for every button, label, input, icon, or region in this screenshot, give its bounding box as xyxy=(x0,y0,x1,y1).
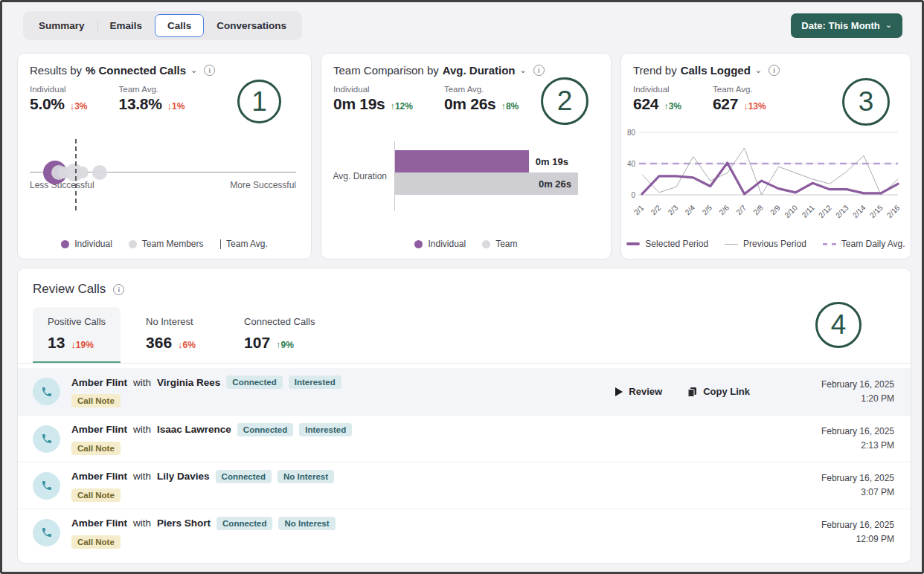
x-tick-label: 2/5 xyxy=(701,203,714,216)
x-tick-label: 2/6 xyxy=(717,203,731,216)
review-tab-positive-calls[interactable]: Positive Calls13↓19% xyxy=(33,307,121,363)
caller-name: Amber Flint xyxy=(71,424,127,435)
legend-item: Individual xyxy=(61,239,112,249)
x-tick-label: 2/10 xyxy=(783,203,799,219)
review-tab-label: No Interest xyxy=(146,316,204,327)
x-tick-label: 2/11 xyxy=(801,203,816,219)
individual-bar-value: 0m 19s xyxy=(536,156,568,167)
play-icon xyxy=(615,387,623,396)
dot-purple-swatch xyxy=(61,240,69,248)
info-icon[interactable]: i xyxy=(533,65,545,76)
call-row-main: Amber FlintwithLily DaviesConnectedNo In… xyxy=(71,470,334,502)
legend-label: Previous Period xyxy=(743,239,806,249)
date-filter-button[interactable]: Date: This Month ⌄ xyxy=(791,13,902,38)
call-row[interactable]: Amber FlintwithPiers ShortConnectedNo In… xyxy=(18,509,911,555)
review-filter-tabs: Positive Calls13↓19%No Interest366↓6%Con… xyxy=(33,307,896,363)
status-badge: No Interest xyxy=(278,517,335,530)
legend-item: Team Members xyxy=(129,239,204,249)
chevron-down-icon[interactable]: ⌄ xyxy=(520,65,527,75)
line-thick-swatch xyxy=(626,242,640,245)
call-note-badge[interactable]: Call Note xyxy=(71,442,121,455)
call-row[interactable]: Amber FlintwithIsaac LawrenceConnectedIn… xyxy=(18,415,911,462)
review-calls-panel: Review Calls i Positive Calls13↓19%No In… xyxy=(17,268,911,564)
call-note-badge[interactable]: Call Note xyxy=(71,394,121,407)
with-text: with xyxy=(133,377,151,388)
info-icon[interactable]: i xyxy=(204,65,215,76)
call-participants: Amber FlintwithLily DaviesConnectedNo In… xyxy=(71,470,334,483)
metric-value: 627 xyxy=(713,95,738,113)
bar-dark-swatch xyxy=(220,239,222,249)
top-bar: SummaryEmailsCallsConversations Date: Th… xyxy=(23,12,902,39)
caller-name: Amber Flint xyxy=(71,517,127,529)
results-metric-selector[interactable]: % Connected Calls xyxy=(86,64,186,77)
call-datetime: February 16, 20252:13 PM xyxy=(796,425,894,452)
call-row-main: Amber FlintwithPiers ShortConnectedNo In… xyxy=(71,517,336,549)
x-tick-label: 2/7 xyxy=(734,203,748,216)
success-dot-plot: Less Successful More Successful xyxy=(30,139,296,213)
calls-dashboard: SummaryEmailsCallsConversations Date: Th… xyxy=(0,0,924,574)
review-calls-title: Review Calls i xyxy=(33,282,896,297)
tab-emails[interactable]: Emails xyxy=(97,14,155,37)
individual-bar xyxy=(395,150,529,172)
results-legend: IndividualTeam MembersTeam Avg. xyxy=(18,239,311,249)
with-text: with xyxy=(133,517,151,529)
contact-name: Piers Short xyxy=(157,517,211,529)
chevron-down-icon[interactable]: ⌄ xyxy=(755,65,762,75)
caller-name: Amber Flint xyxy=(71,471,127,482)
metric-value: 0m 19s xyxy=(333,95,385,113)
status-badge: Interested xyxy=(289,375,341,389)
info-icon[interactable]: i xyxy=(769,65,780,76)
review-button[interactable]: Review xyxy=(615,386,662,397)
call-note-badge[interactable]: Call Note xyxy=(71,535,121,549)
trend-legend: Selected PeriodPrevious PeriodTeam Daily… xyxy=(621,239,911,249)
date-filter-label: Date: This Month xyxy=(801,20,879,31)
tab-calls[interactable]: Calls xyxy=(155,14,204,37)
call-row[interactable]: Amber FlintwithLily DaviesConnectedNo In… xyxy=(18,462,911,509)
review-tab-delta: ↓19% xyxy=(71,339,94,350)
trend-title: Trend by Calls Logged ⌄ i xyxy=(633,64,899,77)
x-tick-label: 2/2 xyxy=(649,203,663,216)
call-time: 1:20 PM xyxy=(796,392,894,406)
caller-name: Amber Flint xyxy=(71,377,127,388)
status-badge: Connected xyxy=(226,375,282,389)
review-tab-no-interest[interactable]: No Interest366↓6% xyxy=(131,307,219,363)
trend-metric-selector[interactable]: Calls Logged xyxy=(681,64,751,77)
copy-link-button[interactable]: Copy Link xyxy=(687,386,750,397)
tab-summary[interactable]: Summary xyxy=(26,14,97,37)
call-participants: Amber FlintwithPiers ShortConnectedNo In… xyxy=(71,517,336,530)
tab-conversations[interactable]: Conversations xyxy=(204,14,299,37)
info-icon[interactable]: i xyxy=(113,284,124,295)
legend-item: Team Avg. xyxy=(220,239,268,249)
x-tick-label: 2/15 xyxy=(868,203,885,219)
metric-label: Individual xyxy=(333,85,413,94)
comparison-metric-selector[interactable]: Avg. Duration xyxy=(443,64,516,77)
review-tab-connected-calls[interactable]: Connected Calls107↑9% xyxy=(229,307,330,363)
review-tab-label: Positive Calls xyxy=(48,316,106,327)
legend-item: Previous Period xyxy=(725,239,806,249)
call-date: February 16, 2025 xyxy=(796,378,894,392)
x-tick-label: 2/3 xyxy=(667,203,680,216)
call-date: February 16, 2025 xyxy=(796,425,894,439)
call-row[interactable]: Amber FlintwithVirginia ReesConnectedInt… xyxy=(18,368,911,415)
call-time: 3:07 PM xyxy=(796,486,894,500)
results-metrics: Individual 5.0% ↓3% Team Avg. 13.8% ↓1% xyxy=(30,85,299,113)
previous-period-line xyxy=(642,148,898,195)
call-row-actions: ReviewCopy Link xyxy=(615,386,750,397)
legend-label: Team Daily Avg. xyxy=(841,239,905,249)
results-panel: Results by % Connected Calls ⌄ i Individ… xyxy=(17,53,312,259)
chevron-down-icon[interactable]: ⌄ xyxy=(190,65,197,75)
metric-label: Team Avg. xyxy=(713,85,766,94)
call-time: 12:09 PM xyxy=(796,532,894,546)
metric-delta: ↑8% xyxy=(501,100,519,112)
phone-icon xyxy=(33,425,60,453)
review-tab-delta: ↓6% xyxy=(178,339,196,350)
top-tabs: SummaryEmailsCallsConversations xyxy=(23,11,302,40)
trend-panel: Trend by Calls Logged ⌄ i Individual 624… xyxy=(620,53,911,259)
review-tab-value: 13 xyxy=(48,334,65,352)
bar-category-label: Avg. Duration xyxy=(329,171,394,181)
call-note-badge[interactable]: Call Note xyxy=(71,488,121,502)
status-badge: Connected xyxy=(237,423,293,436)
avg-duration-bar-chart: Avg. Duration 0m 19s 0m 26s xyxy=(329,141,599,211)
review-tab-stats: 366↓6% xyxy=(146,334,204,352)
legend-item: Individual xyxy=(414,239,466,249)
